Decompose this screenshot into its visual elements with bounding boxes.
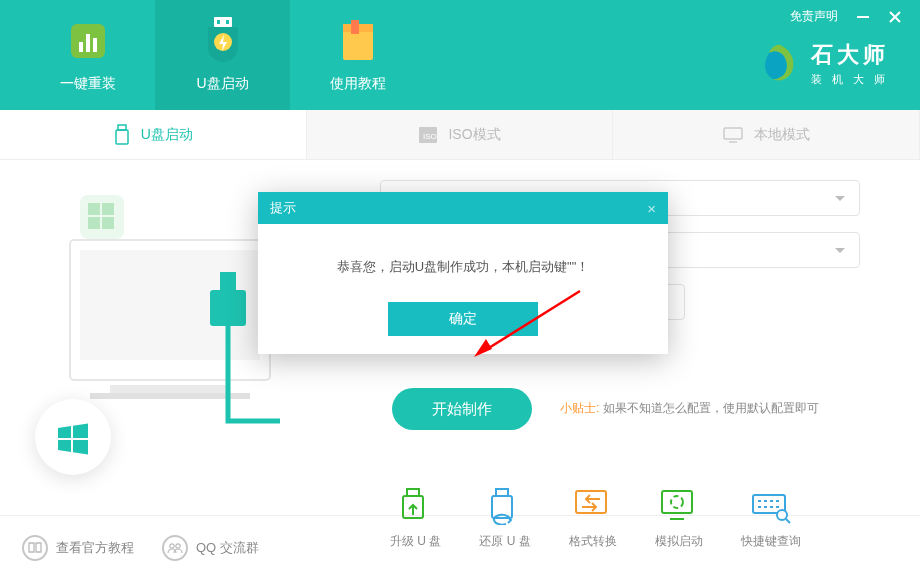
svg-rect-18 [724,128,742,139]
svg-rect-39 [662,491,692,513]
footer: 查看官方教程 QQ 交流群 升级 U 盘 还原 U 盘 格式转换 模拟启动 快捷… [0,515,920,580]
usb-shield-icon [199,17,247,65]
action-row: 升级 U 盘 还原 U 盘 格式转换 模拟启动 快捷键查询 [390,487,801,550]
svg-rect-38 [576,491,606,513]
svg-rect-22 [110,385,230,393]
close-button[interactable] [888,10,902,24]
main-nav: 一键重装 U盘启动 使用教程 [0,0,425,110]
dialog-close-button[interactable]: × [647,200,656,217]
svg-rect-34 [407,489,419,496]
svg-rect-4 [214,17,232,27]
dialog-message: 恭喜您，启动U盘制作成功，本机启动键""！ [258,224,668,302]
svg-line-46 [786,519,790,523]
action-label: 模拟启动 [655,533,703,550]
svg-rect-30 [220,272,236,292]
svg-point-32 [170,544,174,548]
start-make-button[interactable]: 开始制作 [392,388,532,430]
disclaimer-link[interactable]: 免责声明 [790,8,838,25]
action-simulate-boot[interactable]: 模拟启动 [655,487,703,550]
action-label: 升级 U 盘 [390,533,441,550]
tab-label: 本地模式 [754,126,810,144]
ok-label: 确定 [449,310,477,328]
tip-label: 小贴士: [560,401,599,415]
window-controls: 免责声明 [790,8,902,25]
tip-text: 小贴士: 如果不知道怎么配置，使用默认配置即可 [560,400,819,417]
nav-reinstall[interactable]: 一键重装 [20,0,155,110]
svg-rect-25 [88,203,100,215]
svg-rect-36 [496,489,508,496]
svg-rect-29 [210,290,246,326]
nav-label: 使用教程 [330,75,386,93]
start-label: 开始制作 [432,400,492,419]
people-icon [162,535,188,561]
tab-iso-mode[interactable]: ISO ISO模式 [307,110,614,159]
svg-rect-10 [351,20,359,34]
usb-icon [113,124,131,146]
svg-rect-26 [102,203,114,215]
action-format-convert[interactable]: 格式转换 [569,487,617,550]
footer-label: 查看官方教程 [56,539,134,557]
dialog-titlebar: 提示 × [258,192,668,224]
svg-rect-15 [116,130,128,144]
convert-icon [572,487,614,525]
svg-rect-3 [93,38,97,52]
svg-rect-27 [88,217,100,229]
minimize-button[interactable] [856,10,870,24]
svg-rect-5 [217,20,220,24]
action-label: 格式转换 [569,533,617,550]
usb-up-icon [395,487,437,525]
action-upgrade-usb[interactable]: 升级 U 盘 [390,487,441,550]
svg-rect-6 [226,20,229,24]
svg-point-33 [176,544,180,548]
tip-body: 如果不知道怎么配置，使用默认配置即可 [603,401,819,415]
action-label: 快捷键查询 [741,533,801,550]
iso-icon: ISO [418,126,438,144]
footer-label: QQ 交流群 [196,539,259,557]
windows-logo-badge [35,399,111,475]
action-restore-usb[interactable]: 还原 U 盘 [479,487,530,550]
dialog-ok-button[interactable]: 确定 [388,302,538,336]
svg-rect-28 [102,217,114,229]
book-open-icon [22,535,48,561]
qq-group-link[interactable]: QQ 交流群 [162,535,259,561]
nav-label: U盘启动 [196,75,248,93]
svg-text:ISO: ISO [423,132,437,141]
tab-label: U盘启动 [141,126,193,144]
monitor-loading-icon [658,487,700,525]
svg-point-45 [777,510,787,520]
svg-rect-2 [86,34,90,52]
official-tutorial-link[interactable]: 查看官方教程 [22,535,134,561]
brand-title: 石大师 [811,40,895,70]
mode-tabs: U盘启动 ISO ISO模式 本地模式 [0,110,920,160]
book-icon [334,17,382,65]
tab-usb-boot[interactable]: U盘启动 [0,110,307,159]
dialog-title: 提示 [270,199,296,217]
success-dialog: 提示 × 恭喜您，启动U盘制作成功，本机启动键""！ 确定 [258,192,668,354]
brand-logo-icon [759,43,801,85]
brand-subtitle: 装机大师 [811,72,895,87]
svg-point-40 [671,496,683,508]
nav-tutorial[interactable]: 使用教程 [290,0,425,110]
keyboard-search-icon [750,487,792,525]
monitor-icon [722,126,744,144]
bar-chart-icon [64,17,112,65]
usb-refresh-icon [484,487,526,525]
nav-usb-boot[interactable]: U盘启动 [155,0,290,110]
nav-label: 一键重装 [60,75,116,93]
action-label: 还原 U 盘 [479,533,530,550]
tab-local-mode[interactable]: 本地模式 [613,110,920,159]
tab-label: ISO模式 [448,126,500,144]
app-header: 一键重装 U盘启动 使用教程 免责声明 石大师 装机大师 [0,0,920,110]
brand: 石大师 装机大师 [759,40,895,87]
svg-rect-1 [79,42,83,52]
windows-icon [54,418,92,456]
action-hotkey-lookup[interactable]: 快捷键查询 [741,487,801,550]
